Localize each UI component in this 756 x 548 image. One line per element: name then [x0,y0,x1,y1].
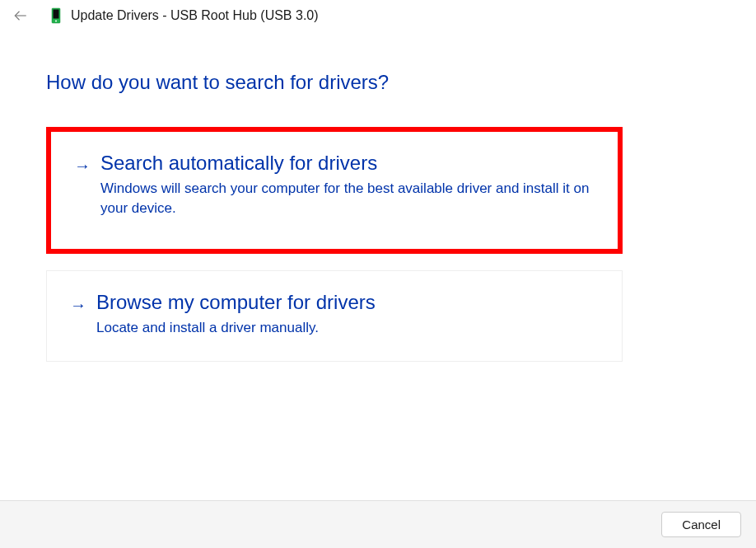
option-text: Search automatically for drivers Windows… [100,152,595,218]
arrow-right-icon: → [70,296,86,315]
option-browse-manual[interactable]: → Browse my computer for drivers Locate … [46,270,623,362]
svg-rect-2 [54,10,59,19]
content-area: How do you want to search for drivers? →… [0,31,626,362]
option-description: Locate and install a driver manually. [96,318,599,338]
arrow-right-icon: → [74,157,91,176]
window-title: Update Drivers - USB Root Hub (USB 3.0) [71,8,319,23]
dialog-header: Update Drivers - USB Root Hub (USB 3.0) [0,0,756,31]
option-search-automatic[interactable]: → Search automatically for drivers Windo… [46,127,623,254]
prompt-heading: How do you want to search for drivers? [46,71,626,94]
option-text: Browse my computer for drivers Locate an… [96,291,599,338]
title-row: Update Drivers - USB Root Hub (USB 3.0) [49,7,319,25]
option-title: Search automatically for drivers [100,152,595,176]
option-description: Windows will search your computer for th… [100,179,595,218]
arrow-left-icon [13,8,28,23]
svg-point-3 [55,21,57,22]
option-title: Browse my computer for drivers [96,291,599,315]
cancel-button[interactable]: Cancel [661,512,741,537]
back-button[interactable] [12,7,30,25]
dialog-footer: Cancel [0,500,756,548]
device-icon [49,7,63,25]
